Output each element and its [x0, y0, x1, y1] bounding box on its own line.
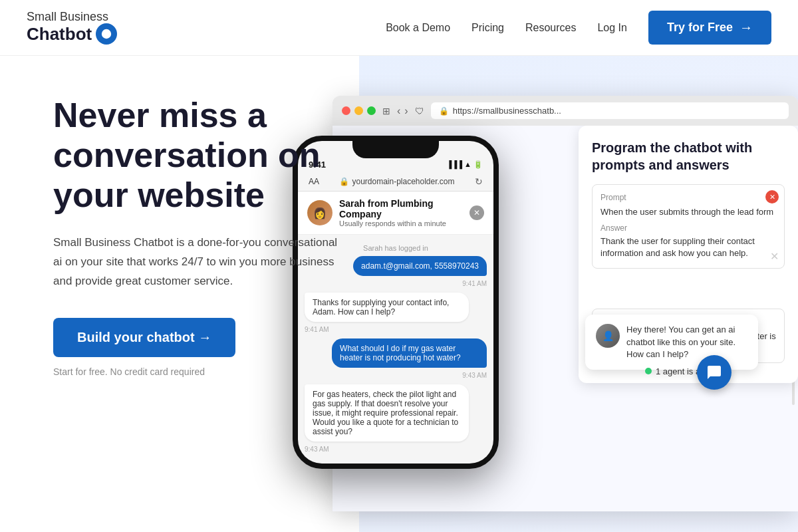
- program-title: Program the chatbot with prompts and ans…: [592, 139, 785, 174]
- prompt-text-1: When the user submits through the lead f…: [600, 206, 776, 218]
- widget-text: Hey there! You can get an ai chatbot lik…: [626, 324, 747, 360]
- online-dot: [645, 368, 652, 374]
- lock-icon: 🔒: [439, 106, 449, 116]
- nav-resources[interactable]: Resources: [525, 22, 576, 34]
- answer-text-1: Thank the user for suppling their contac…: [600, 235, 776, 259]
- hero-right: ⊞ ‹ › 🛡 🔒 https://smallbusinesschatb... …: [332, 96, 798, 511]
- navbar: Small Business Chatbot Book a Demo Prici…: [0, 0, 798, 56]
- hero-left: Never miss a conversation on your websit…: [0, 56, 399, 532]
- logo-bottom: Chatbot: [27, 25, 92, 44]
- prompt-block-1: ✕ Prompt When the user submits through t…: [592, 184, 785, 269]
- browser-bar: ⊞ ‹ › 🛡 🔒 https://smallbusinesschatb...: [332, 96, 798, 126]
- nav-links: Book a Demo Pricing Resources Log In Try…: [386, 11, 771, 45]
- logo-icon: [96, 23, 117, 45]
- chat-time-3: 9:43 AM: [462, 372, 487, 379]
- widget-avatar: 👤: [596, 324, 620, 348]
- hero-note: Start for free. No credit card required: [53, 366, 372, 377]
- clear-answer-button[interactable]: ✕: [770, 250, 779, 263]
- chat-widget-bubble: 👤 Hey there! You can get an ai chatbot l…: [585, 315, 758, 370]
- program-panel: Program the chatbot with prompts and ans…: [579, 126, 798, 383]
- forward-button[interactable]: ›: [404, 105, 408, 117]
- shield-icon: 🛡: [415, 106, 424, 116]
- nav-book-demo[interactable]: Book a Demo: [386, 22, 450, 34]
- browser-url-bar[interactable]: 🔒 https://smallbusinesschatb...: [431, 102, 789, 119]
- build-chatbot-button[interactable]: Build your chatbot →: [53, 318, 235, 357]
- chat-fab-button[interactable]: [697, 355, 732, 390]
- answer-label-1: Answer: [600, 223, 776, 233]
- nav-log-in[interactable]: Log In: [597, 22, 626, 34]
- phone-reload-icon[interactable]: ↻: [475, 176, 483, 187]
- hero-subtext: Small Business Chatbot is a done-for-you…: [53, 233, 346, 291]
- close-prompt-button[interactable]: ✕: [765, 190, 779, 203]
- arrow-icon: →: [739, 20, 753, 35]
- prompt-label-1: Prompt: [600, 193, 776, 202]
- chat-close-button[interactable]: ✕: [469, 205, 484, 220]
- url-text: https://smallbusinesschatb...: [453, 106, 561, 116]
- hero-heading: Never miss a conversation on your websit…: [53, 96, 372, 215]
- phone-status-icons: ▐▐▐ ▲ 🔋: [447, 160, 483, 169]
- hero-section: Never miss a conversation on your websit…: [0, 56, 798, 532]
- widget-avatar-img: 👤: [596, 324, 620, 348]
- nav-pricing[interactable]: Pricing: [471, 22, 504, 34]
- logo[interactable]: Small Business Chatbot: [27, 11, 117, 45]
- svg-point-0: [102, 29, 111, 39]
- logo-top: Small Business: [27, 11, 117, 24]
- try-free-button[interactable]: Try for Free →: [648, 11, 771, 45]
- chat-time-1: 9:41 AM: [462, 280, 487, 287]
